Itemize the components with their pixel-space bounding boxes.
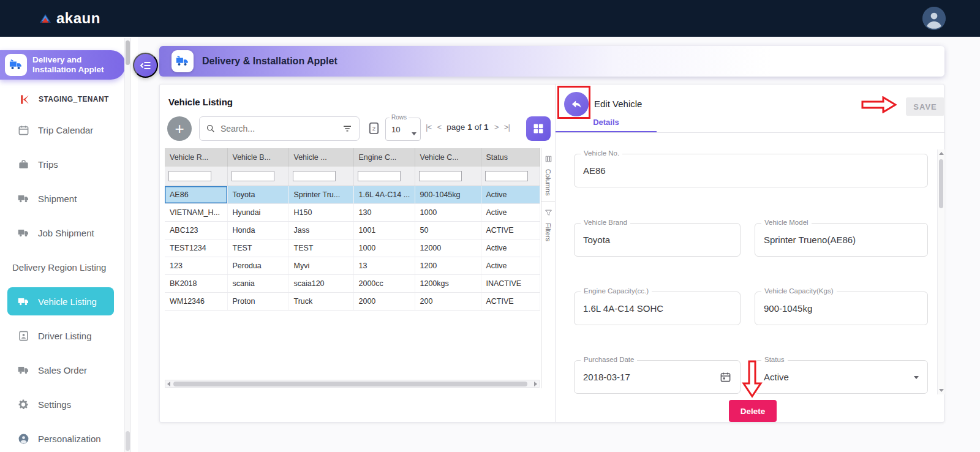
column-header[interactable]: Vehicle ... — [288, 148, 353, 167]
scroll-left-icon[interactable] — [167, 382, 170, 386]
cell[interactable]: 12000 — [415, 239, 481, 257]
cell[interactable]: Active — [481, 257, 540, 274]
cell[interactable]: TEST — [227, 239, 288, 257]
sidebar-item-shipment[interactable]: Shipment — [0, 181, 123, 216]
tab-details[interactable]: Details — [556, 118, 657, 131]
vehicle-capacity-field[interactable]: Vehicle Capacity(Kgs) 900-1045kg — [755, 292, 928, 325]
cell[interactable]: 1200kgs — [415, 274, 481, 292]
cell[interactable]: ABC123 — [165, 221, 227, 239]
applet-pill[interactable]: Delivery and Installation Applet — [0, 50, 126, 80]
sidebar-item-delivery-region-listing[interactable]: Delivery Region Listing — [0, 250, 123, 284]
sidebar-item-trips[interactable]: Trips — [0, 147, 123, 181]
scroll-right-icon[interactable] — [534, 382, 537, 386]
cell[interactable]: Perodua — [227, 257, 288, 274]
column-filter-input[interactable] — [232, 171, 274, 181]
column-header[interactable]: Engine C... — [353, 148, 415, 167]
cell[interactable]: ACTIVE — [481, 221, 540, 239]
search-box[interactable] — [199, 116, 360, 141]
cell[interactable]: AE86 — [165, 186, 227, 203]
cell[interactable]: 50 — [415, 221, 481, 239]
scrollbar-thumb[interactable] — [173, 382, 527, 386]
tenant-row[interactable]: STAGING_TENANT — [0, 88, 123, 110]
table-row[interactable]: VIETNAM_H... Hyundai H150 130 1000 Activ… — [165, 203, 540, 221]
column-filter-input[interactable] — [168, 171, 211, 181]
cell[interactable]: H150 — [288, 203, 353, 221]
search-input[interactable] — [221, 124, 337, 134]
cell[interactable]: scania — [227, 274, 288, 292]
sidebar-item-settings[interactable]: Settings — [0, 387, 123, 421]
user-avatar[interactable] — [922, 7, 946, 30]
cell[interactable]: 1000 — [415, 203, 481, 221]
table-row[interactable]: BK2018 scania scaia120 2000cc 1200kgs IN… — [165, 274, 540, 292]
cell[interactable]: Jass — [288, 221, 353, 239]
cell[interactable]: 1001 — [353, 221, 415, 239]
cell[interactable]: 1200 — [415, 257, 481, 274]
cell[interactable]: 1000 — [353, 239, 415, 257]
filters-panel-toggle[interactable]: Filters — [541, 208, 555, 241]
table-row[interactable]: 123 Perodua Myvi 13 1200 Active — [165, 257, 540, 274]
cell[interactable]: TEST — [288, 239, 353, 257]
table-row[interactable]: WM12346 Proton Truck 2000 200 ACTIVE — [165, 292, 540, 310]
cell[interactable]: 130 — [353, 203, 415, 221]
columns-panel-toggle[interactable]: Columns — [541, 148, 555, 195]
cell[interactable]: Hyundai — [227, 203, 288, 221]
sidebar-item-personalization[interactable]: Personalization — [0, 421, 123, 452]
column-header[interactable]: Vehicle C... — [415, 148, 481, 167]
first-page-button[interactable]: |< — [426, 122, 431, 132]
cell[interactable]: 2000cc — [353, 274, 415, 292]
cell[interactable]: scaia120 — [288, 274, 353, 292]
cell[interactable]: 1.6L 4A-C14 ... — [353, 186, 415, 203]
sidebar-scrollbar[interactable] — [124, 38, 131, 452]
cell[interactable]: INACTIVE — [481, 274, 540, 292]
column-header[interactable]: Vehicle B... — [227, 148, 288, 167]
cell[interactable]: Active — [481, 203, 540, 221]
cell[interactable]: Sprinter Tru... — [288, 186, 353, 203]
cell[interactable]: VIETNAM_H... — [165, 203, 227, 221]
horizontal-scrollbar[interactable] — [165, 380, 540, 388]
layout-grid-button[interactable] — [526, 116, 551, 141]
sidebar-item-sales-order[interactable]: Sales Order — [0, 353, 123, 387]
column-filter-input[interactable] — [293, 171, 336, 181]
filter-list-icon[interactable] — [342, 123, 353, 134]
cell[interactable]: Toyota — [227, 186, 288, 203]
save-button[interactable]: SAVE — [906, 97, 944, 116]
prev-page-button[interactable]: < — [437, 122, 441, 132]
cell[interactable]: WM12346 — [165, 292, 227, 310]
editor-scrollbar[interactable] — [937, 149, 944, 394]
sidebar-item-vehicle-listing[interactable]: Vehicle Listing — [7, 287, 114, 315]
cell[interactable]: ACTIVE — [481, 292, 540, 310]
scrollbar-thumb-bottom[interactable] — [126, 431, 130, 451]
table-row[interactable]: ABC123 Honda Jass 1001 50 ACTIVE — [165, 221, 540, 239]
column-header[interactable]: Vehicle R... — [165, 148, 227, 167]
vehicle-brand-field[interactable]: Vehicle Brand Toyota — [574, 223, 741, 257]
vehicle-no-field[interactable]: Vehicle No. AE86 — [574, 154, 928, 187]
rows-per-page-select[interactable]: Rows 10 — [385, 118, 421, 141]
sidebar-item-job-shipment[interactable]: Job Shipment — [0, 216, 123, 250]
engine-capacity-field[interactable]: Engine Capacity(cc.) 1.6L 4A-C14 SOHC — [574, 292, 741, 325]
scroll-up-icon[interactable] — [939, 152, 944, 155]
cell[interactable]: 123 — [165, 257, 227, 274]
cell[interactable]: Proton — [227, 292, 288, 310]
calendar-icon[interactable] — [720, 371, 731, 385]
scrollbar-thumb[interactable] — [126, 40, 130, 65]
pages-icon[interactable]: 2 — [367, 121, 381, 138]
sidebar-item-driver-listing[interactable]: Driver Listing — [0, 318, 123, 353]
column-filter-input[interactable] — [485, 171, 528, 181]
column-header[interactable]: Status — [481, 148, 540, 167]
cell[interactable]: TEST1234 — [165, 239, 227, 257]
cell[interactable]: Truck — [288, 292, 353, 310]
cell[interactable]: Active — [481, 239, 540, 257]
vehicle-model-field[interactable]: Vehicle Model Sprinter Trueno(AE86) — [755, 223, 928, 257]
cell[interactable]: 200 — [415, 292, 481, 310]
cell[interactable]: 900-1045kg — [415, 186, 481, 203]
next-page-button[interactable]: > — [494, 122, 499, 132]
cell[interactable]: Active — [481, 186, 540, 203]
scroll-down-icon[interactable] — [939, 389, 944, 392]
status-select[interactable]: Status Active — [755, 360, 928, 394]
cell[interactable]: 13 — [353, 257, 415, 274]
sidebar-collapse-button[interactable] — [133, 53, 158, 78]
purchased-date-field[interactable]: Purchased Date 2018-03-17 — [574, 360, 741, 394]
akaun-logo[interactable]: akaun — [39, 10, 100, 27]
scrollbar-thumb[interactable] — [939, 159, 943, 208]
cell[interactable]: 2000 — [353, 292, 415, 310]
